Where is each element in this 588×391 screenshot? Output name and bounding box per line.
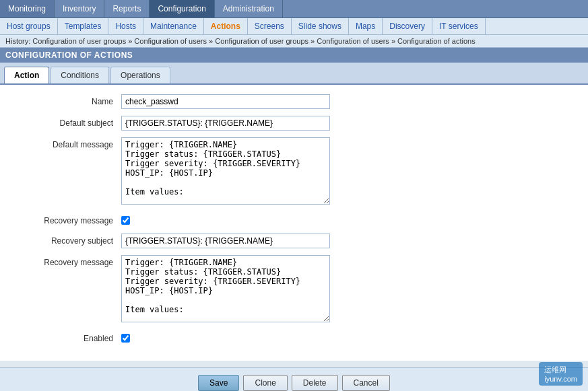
recovery-subject-field-container xyxy=(121,234,330,248)
default-message-field-container: Trigger: {TRIGGER.NAME} Trigger status: … xyxy=(121,137,330,207)
top-nav-inventory[interactable]: Inventory xyxy=(55,0,104,17)
save-button[interactable]: Save xyxy=(198,375,239,391)
top-navigation: Monitoring Inventory Reports Configurati… xyxy=(0,0,588,18)
page-title: CONFIGURATION OF ACTIONS xyxy=(0,48,588,63)
default-message-row: Default message Trigger: {TRIGGER.NAME} … xyxy=(13,137,575,207)
nav-maps[interactable]: Maps xyxy=(349,18,383,34)
main-content: Name Default subject Default message Tri… xyxy=(0,85,588,361)
name-field-container xyxy=(121,94,330,109)
recovery-subject-input[interactable] xyxy=(121,234,330,248)
recovery-message-checkbox-label: Recovery message xyxy=(13,213,121,225)
enabled-row: Enabled xyxy=(13,331,575,345)
recovery-message-text-row: Recovery message Trigger: {TRIGGER.NAME}… xyxy=(13,255,575,324)
nav-actions[interactable]: Actions xyxy=(204,18,248,34)
nav-it-services[interactable]: IT services xyxy=(432,18,486,34)
nav-host-groups[interactable]: Host groups xyxy=(0,18,58,34)
default-subject-label: Default subject xyxy=(13,116,121,128)
default-message-label: Default message xyxy=(13,137,121,149)
nav-maintenance[interactable]: Maintenance xyxy=(143,18,204,34)
enabled-label: Enabled xyxy=(13,331,121,343)
delete-button[interactable]: Delete xyxy=(292,375,338,391)
recovery-message-checkbox-row: Recovery message xyxy=(13,213,575,227)
watermark: 运维网iyunv.com xyxy=(539,362,583,386)
second-navigation: Host groups Templates Hosts Maintenance … xyxy=(0,18,588,35)
nav-screens[interactable]: Screens xyxy=(248,18,292,34)
name-row: Name xyxy=(13,94,575,109)
default-subject-field-container xyxy=(121,116,330,131)
cancel-button[interactable]: Cancel xyxy=(342,375,390,391)
top-nav-configuration[interactable]: Configuration xyxy=(150,0,214,17)
nav-discovery[interactable]: Discovery xyxy=(383,18,432,34)
tab-operations[interactable]: Operations xyxy=(110,67,170,83)
breadcrumb: History: Configuration of user groups » … xyxy=(0,35,588,48)
nav-hosts[interactable]: Hosts xyxy=(108,18,143,34)
nav-templates[interactable]: Templates xyxy=(58,18,109,34)
recovery-subject-row: Recovery subject xyxy=(13,234,575,248)
recovery-message-checkbox[interactable] xyxy=(121,216,130,225)
clone-button[interactable]: Clone xyxy=(243,375,287,391)
default-message-textarea[interactable]: Trigger: {TRIGGER.NAME} Trigger status: … xyxy=(121,137,330,205)
name-label: Name xyxy=(13,94,121,106)
nav-slide-shows[interactable]: Slide shows xyxy=(292,18,349,34)
enabled-checkbox[interactable] xyxy=(121,334,130,343)
tab-conditions[interactable]: Conditions xyxy=(51,67,109,83)
tab-action[interactable]: Action xyxy=(4,67,49,83)
recovery-message-textarea[interactable]: Trigger: {TRIGGER.NAME} Trigger status: … xyxy=(121,255,330,322)
default-subject-row: Default subject xyxy=(13,116,575,131)
default-subject-input[interactable] xyxy=(121,116,330,131)
enabled-checkbox-container xyxy=(121,331,330,345)
recovery-message-text-container: Trigger: {TRIGGER.NAME} Trigger status: … xyxy=(121,255,330,324)
recovery-subject-label: Recovery subject xyxy=(13,234,121,246)
tabs-container: Action Conditions Operations xyxy=(0,63,588,85)
recovery-message-text-label: Recovery message xyxy=(13,255,121,267)
top-nav-reports[interactable]: Reports xyxy=(104,0,150,17)
recovery-message-checkbox-container xyxy=(121,213,330,227)
top-nav-administration[interactable]: Administration xyxy=(215,0,283,17)
top-nav-monitoring[interactable]: Monitoring xyxy=(0,0,55,17)
bottom-bar: Save Clone Delete Cancel xyxy=(0,367,588,391)
name-input[interactable] xyxy=(121,94,330,109)
